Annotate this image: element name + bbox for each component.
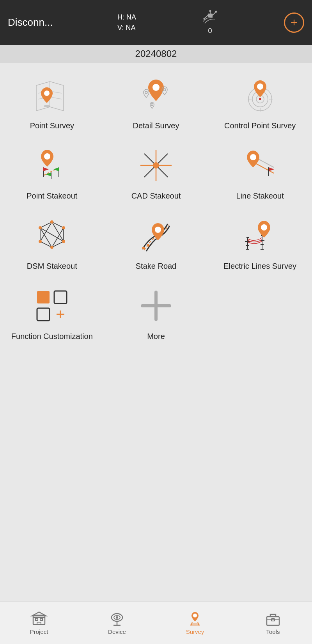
svg-point-60	[39, 240, 42, 243]
svg-point-17	[163, 89, 166, 91]
grid-item-function-customization[interactable]: Function Customization	[0, 277, 104, 348]
date-label: 20240802	[135, 48, 177, 59]
svg-rect-77	[37, 291, 50, 303]
svg-point-59	[62, 226, 65, 229]
add-button[interactable]: +	[284, 12, 304, 33]
stake-road-label: Stake Road	[136, 261, 177, 271]
line-stakeout-icon	[239, 144, 282, 187]
svg-point-76	[261, 224, 267, 231]
svg-point-61	[62, 240, 65, 243]
device-icon	[109, 610, 125, 627]
svg-point-4	[209, 10, 211, 12]
svg-rect-85	[35, 618, 38, 621]
bottom-nav: Project Device Survey	[0, 601, 312, 644]
electric-lines-survey-label: Electric Lines Survey	[223, 261, 296, 271]
nav-item-project[interactable]: Project	[0, 610, 78, 635]
svg-marker-45	[269, 167, 274, 171]
grid-item-more[interactable]: More	[104, 277, 208, 348]
svg-rect-84	[33, 615, 45, 624]
add-icon: +	[291, 17, 298, 28]
grid-item-detail-survey[interactable]: Detail Survey	[104, 67, 208, 137]
grid-item-electric-lines-survey[interactable]: Electric Lines Survey	[208, 207, 312, 277]
more-label: More	[147, 331, 165, 341]
stake-road-icon	[135, 214, 177, 257]
svg-point-58	[39, 226, 42, 229]
detail-survey-icon	[135, 74, 177, 117]
svg-point-27	[259, 98, 261, 100]
v-value: V: NA	[117, 23, 135, 33]
svg-rect-86	[40, 618, 43, 621]
dsm-stakeout-label: DSM Stakeout	[27, 261, 77, 271]
connection-status: Disconn...	[8, 16, 53, 28]
grid-item-cad-stakeout[interactable]: CAD Stakeout	[104, 137, 208, 207]
svg-rect-88	[37, 622, 41, 624]
satellite-icon	[201, 10, 220, 25]
project-icon	[31, 610, 47, 627]
function-customization-icon	[30, 284, 73, 327]
svg-point-26	[257, 83, 263, 90]
svg-marker-8	[50, 82, 64, 111]
nav-device-label: Device	[108, 628, 126, 635]
svg-point-6	[215, 11, 217, 13]
point-survey-label: Point Survey	[30, 121, 74, 131]
header: Disconn... H: NA V: NA 0 +	[0, 0, 312, 45]
nav-item-survey[interactable]: Survey	[156, 610, 234, 635]
svg-point-15	[152, 84, 160, 91]
grid-item-point-survey[interactable]: Point Survey	[0, 67, 104, 137]
svg-point-43	[250, 154, 256, 160]
point-survey-icon	[30, 74, 73, 117]
grid-item-dsm-stakeout[interactable]: DSM Stakeout	[0, 207, 104, 277]
svg-point-62	[50, 246, 53, 249]
svg-marker-30	[43, 167, 49, 171]
cad-stakeout-label: CAD Stakeout	[131, 191, 181, 201]
nav-tools-label: Tools	[266, 628, 280, 635]
dsm-stakeout-icon	[30, 214, 73, 257]
svg-point-94	[116, 616, 118, 619]
header-status-area: Disconn...	[8, 16, 53, 28]
svg-point-63	[155, 227, 161, 233]
svg-rect-78	[54, 291, 67, 303]
electric-lines-survey-icon	[239, 214, 282, 257]
control-point-survey-icon	[239, 74, 282, 117]
survey-icon	[187, 610, 203, 627]
svg-rect-79	[37, 308, 50, 321]
point-stakeout-icon	[30, 144, 73, 187]
main-grid: Point Survey Detail Survey	[0, 63, 312, 351]
svg-point-14	[44, 90, 50, 96]
h-value: H: NA	[117, 12, 136, 23]
function-customization-label: Function Customization	[11, 331, 93, 341]
svg-line-3	[213, 12, 216, 15]
svg-point-40	[153, 162, 159, 169]
grid-item-line-stakeout[interactable]: Line Stakeout	[208, 137, 312, 207]
svg-point-16	[145, 91, 147, 94]
svg-point-18	[151, 104, 153, 106]
satellite-count: 0	[208, 27, 212, 35]
line-stakeout-label: Line Stakeout	[236, 191, 284, 201]
satellite-area: 0	[201, 10, 220, 35]
nav-item-device[interactable]: Device	[78, 610, 156, 635]
grid-item-point-stakeout[interactable]: Point Stakeout	[0, 137, 104, 207]
nav-item-tools[interactable]: Tools	[234, 610, 312, 635]
svg-marker-32	[53, 167, 59, 171]
grid-item-control-point-survey[interactable]: Control Point Survey	[208, 67, 312, 137]
svg-point-13	[44, 105, 50, 107]
detail-survey-label: Detail Survey	[133, 121, 179, 131]
svg-point-65	[142, 247, 145, 250]
header-hv-area: H: NA V: NA	[117, 12, 136, 33]
nav-survey-label: Survey	[186, 628, 204, 635]
nav-project-label: Project	[30, 628, 48, 635]
tools-icon	[265, 610, 281, 627]
svg-point-35	[44, 153, 50, 160]
svg-point-95	[193, 614, 197, 617]
svg-point-57	[50, 220, 53, 224]
date-bar: 20240802	[0, 45, 312, 63]
point-stakeout-label: Point Stakeout	[27, 191, 77, 201]
grid-item-stake-road[interactable]: Stake Road	[104, 207, 208, 277]
svg-point-64	[147, 244, 149, 247]
svg-line-56	[40, 228, 64, 241]
control-point-survey-label: Control Point Survey	[224, 121, 296, 131]
cad-stakeout-icon	[135, 144, 177, 187]
more-icon	[135, 284, 177, 327]
